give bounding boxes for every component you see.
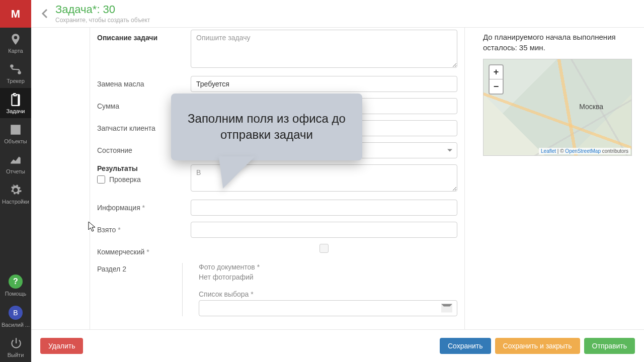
label-commercial: Коммерческий * [97, 244, 191, 256]
osm-link[interactable]: OpenStreetMap [565, 148, 601, 154]
label-photos: Фото документов * [199, 263, 457, 271]
right-column: До планируемого начала выполнения остало… [473, 28, 642, 156]
page-header: Задача*: 30 Сохраните, чтобы создать объ… [31, 0, 644, 28]
map-zoom: + − [489, 64, 504, 95]
sidebar-item-map[interactable]: Карта [0, 28, 31, 58]
section-2: Раздел 2 Фото документов * Нет фотографи… [97, 263, 457, 316]
sidebar-item-label: Помощь [5, 291, 27, 297]
choicelist-select[interactable] [199, 300, 457, 316]
map-widget[interactable]: Москва + − Leaflet | © OpenStreetMap con… [483, 59, 632, 156]
sidebar-item-label: Карта [8, 48, 23, 54]
sidebar-item-label: Выйти [8, 352, 24, 358]
taken-input[interactable] [191, 222, 457, 238]
sidebar-item-reports[interactable]: Отчеты [0, 148, 31, 178]
sidebar-item-objects[interactable]: Объекты [0, 118, 31, 148]
back-button[interactable] [35, 4, 55, 24]
description-textarea[interactable] [191, 30, 457, 68]
sidebar-item-user[interactable]: В Василий ... [0, 301, 31, 332]
tutorial-tooltip: Заполним поля из офиса до отправки задач… [171, 94, 362, 160]
label-oil: Замена масла [97, 76, 191, 88]
chevron-down-icon [441, 304, 452, 313]
sidebar: М Карта Трекер Задачи Объекты Отчеты Нас… [0, 0, 31, 362]
chevron-down-icon [447, 149, 452, 152]
send-button[interactable]: Отправить [584, 338, 635, 354]
sidebar-item-help[interactable]: ? Помощь [0, 269, 31, 301]
sidebar-item-label: Объекты [4, 138, 27, 144]
leaflet-link[interactable]: Leaflet [541, 148, 556, 154]
svg-point-0 [10, 64, 14, 68]
page-subtitle: Сохраните, чтобы создать объект [55, 17, 150, 24]
svg-point-1 [18, 71, 21, 74]
pin-icon [9, 33, 22, 46]
footer-bar: Удалить Сохранить Сохранить и закрыть От… [31, 329, 644, 362]
chevron-left-icon [39, 8, 51, 20]
clipboard-icon [9, 93, 22, 106]
sidebar-item-settings[interactable]: Настройки [0, 178, 31, 209]
tooltip-text: Заполним поля из офиса до отправки задач… [188, 112, 346, 141]
results-section: Результаты Проверка [97, 164, 191, 184]
countdown-text: До планируемого начала выполнения остало… [473, 28, 642, 59]
form-panel: Описание задачи Замена масла Сумма Запча… [90, 28, 465, 329]
chart-icon [9, 153, 22, 166]
label-section2: Раздел 2 [97, 263, 183, 316]
map-attribution: Leaflet | © OpenStreetMap contributors [539, 148, 630, 154]
app-logo[interactable]: М [0, 0, 31, 28]
route-icon [9, 63, 22, 76]
sidebar-item-label: Отчеты [6, 168, 25, 174]
sidebar-item-tasks[interactable]: Задачи [0, 88, 31, 118]
content-area: Описание задачи Замена масла Сумма Запча… [31, 28, 644, 329]
check-label: Проверка [109, 175, 141, 184]
delete-button[interactable]: Удалить [40, 338, 83, 354]
label-taken: Взято * [97, 222, 191, 234]
commercial-checkbox[interactable] [319, 244, 329, 253]
sidebar-item-label: Трекер [7, 78, 25, 84]
sidebar-item-tracker[interactable]: Трекер [0, 58, 31, 88]
map-city-label: Москва [579, 103, 603, 111]
label-description: Описание задачи [97, 30, 191, 42]
page-title: Задача*: 30 [55, 4, 150, 16]
sidebar-item-exit[interactable]: Выйти [0, 332, 31, 362]
check-proverka[interactable] [97, 175, 105, 184]
sidebar-item-label: Василий ... [2, 322, 30, 328]
photos-empty-text: Нет фотографий [199, 273, 457, 281]
map-tiles [484, 59, 631, 155]
building-icon [9, 123, 22, 136]
zoom-in-button[interactable]: + [490, 65, 503, 79]
label-choicelist: Список выбора * [199, 290, 457, 298]
label-results: Результаты [97, 164, 191, 172]
power-icon [9, 337, 22, 350]
save-close-button[interactable]: Сохранить и закрыть [495, 338, 580, 354]
info-input[interactable] [191, 200, 457, 216]
help-icon: ? [9, 275, 23, 289]
sidebar-item-label: Задачи [7, 108, 25, 114]
save-button[interactable]: Сохранить [440, 338, 491, 354]
avatar: В [9, 306, 23, 320]
sidebar-item-label: Настройки [2, 199, 29, 205]
label-info: Информация * [97, 200, 191, 212]
gear-icon [9, 184, 22, 197]
oil-input[interactable] [191, 76, 457, 92]
zoom-out-button[interactable]: − [490, 79, 503, 94]
